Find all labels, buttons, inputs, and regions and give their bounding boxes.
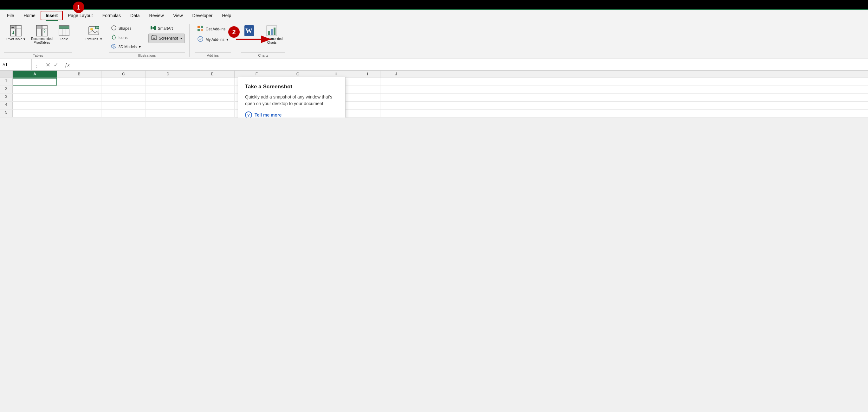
col-header-C[interactable]: C bbox=[101, 71, 146, 77]
3dmodels-icon bbox=[111, 43, 117, 50]
smartart-button[interactable]: SmartArt bbox=[148, 24, 185, 33]
formula-input[interactable] bbox=[70, 62, 868, 67]
svg-rect-10 bbox=[37, 26, 41, 29]
cell-I1[interactable] bbox=[355, 78, 380, 85]
icons-button[interactable]: Icons bbox=[109, 34, 143, 42]
cell-E2[interactable] bbox=[190, 86, 235, 94]
cell-A4[interactable] bbox=[13, 102, 57, 109]
shapes-button[interactable]: Shapes bbox=[109, 24, 143, 33]
cell-J1[interactable] bbox=[380, 78, 412, 85]
cell-C1[interactable] bbox=[101, 78, 146, 85]
table-row: 4 bbox=[0, 102, 868, 110]
menu-developer[interactable]: Developer bbox=[188, 11, 217, 20]
menu-insert[interactable]: Insert bbox=[40, 11, 63, 20]
col-header-E[interactable]: E bbox=[190, 71, 235, 77]
icons-label: Icons bbox=[119, 35, 128, 40]
cell-I2[interactable] bbox=[355, 86, 380, 94]
cell-J3[interactable] bbox=[380, 94, 412, 101]
cell-D2[interactable] bbox=[146, 86, 190, 94]
svg-rect-1 bbox=[16, 25, 21, 36]
col-header-G[interactable]: G bbox=[279, 71, 317, 77]
cell-D4[interactable] bbox=[146, 102, 190, 109]
menu-review[interactable]: Review bbox=[145, 11, 168, 20]
shapes-label: Shapes bbox=[119, 26, 131, 31]
cell-A2[interactable] bbox=[13, 86, 57, 94]
col-header-J[interactable]: J bbox=[380, 71, 412, 77]
cell-D5[interactable] bbox=[146, 110, 190, 117]
svg-rect-17 bbox=[59, 26, 69, 29]
cell-A5[interactable] bbox=[13, 110, 57, 117]
row-header-3: 3 bbox=[0, 94, 13, 101]
dots-handle[interactable]: ⋮ bbox=[32, 61, 42, 69]
cell-B4[interactable] bbox=[57, 102, 101, 109]
confirm-icon[interactable]: ✓ bbox=[52, 61, 60, 69]
svg-text:?: ? bbox=[43, 29, 45, 34]
cell-J4[interactable] bbox=[380, 102, 412, 109]
cell-D1[interactable] bbox=[146, 78, 190, 85]
recommended-pivottables-button[interactable]: ? RecommendedPivotTables bbox=[29, 24, 55, 46]
menu-data[interactable]: Data bbox=[126, 11, 144, 20]
cell-J2[interactable] bbox=[380, 86, 412, 94]
fx-label: ƒx bbox=[62, 62, 70, 67]
svg-rect-40 bbox=[271, 29, 273, 35]
svg-text:•••: ••• bbox=[11, 26, 14, 29]
col-header-H[interactable]: H bbox=[317, 71, 355, 77]
formula-icons: ✕ ✓ bbox=[42, 61, 62, 69]
cell-B2[interactable] bbox=[57, 86, 101, 94]
formula-bar: ⋮ ✕ ✓ ƒx bbox=[0, 59, 868, 71]
col-header-A[interactable]: A bbox=[13, 71, 57, 77]
menu-view[interactable]: View bbox=[169, 11, 187, 20]
cell-B5[interactable] bbox=[57, 110, 101, 117]
pictures-label: Pictures ▾ bbox=[86, 37, 102, 41]
cell-C4[interactable] bbox=[101, 102, 146, 109]
svg-rect-24 bbox=[151, 26, 152, 29]
recommended-pivottables-label: RecommendedPivotTables bbox=[31, 37, 53, 45]
3dmodels-button[interactable]: 3D Models ▾ bbox=[109, 43, 143, 51]
my-addins-icon bbox=[197, 36, 204, 43]
col-header-I[interactable]: I bbox=[355, 71, 380, 77]
get-addins-button[interactable]: Get Add-ins bbox=[195, 24, 228, 34]
table-row: 5 bbox=[0, 110, 868, 117]
cell-A3[interactable] bbox=[13, 94, 57, 101]
cell-E1[interactable] bbox=[190, 78, 235, 85]
cell-E5[interactable] bbox=[190, 110, 235, 117]
icons-icon bbox=[111, 34, 117, 41]
cell-C3[interactable] bbox=[101, 94, 146, 101]
cell-J5[interactable] bbox=[380, 110, 412, 117]
table-label: Table bbox=[60, 37, 68, 41]
col-header-F[interactable]: F bbox=[235, 71, 279, 77]
menu-help[interactable]: Help bbox=[217, 11, 236, 20]
3dmodels-label: 3D Models ▾ bbox=[119, 45, 141, 49]
cell-I5[interactable] bbox=[355, 110, 380, 117]
table-row: 3 bbox=[0, 94, 868, 102]
menu-home[interactable]: Home bbox=[19, 11, 40, 20]
pivottable-button[interactable]: ••• PivotTable ▾ bbox=[4, 24, 28, 42]
cell-C2[interactable] bbox=[101, 86, 146, 94]
cell-A1[interactable] bbox=[13, 78, 57, 85]
svg-point-30 bbox=[154, 37, 154, 38]
cell-I4[interactable] bbox=[355, 102, 380, 109]
col-header-D[interactable]: D bbox=[146, 71, 190, 77]
column-headers: A B C D E F G H I J bbox=[0, 71, 868, 78]
cell-E4[interactable] bbox=[190, 102, 235, 109]
title-bar bbox=[0, 0, 868, 9]
tooltip-link[interactable]: ? Tell me more bbox=[245, 111, 338, 117]
cell-B1[interactable] bbox=[57, 78, 101, 85]
col-header-B[interactable]: B bbox=[57, 71, 101, 77]
cell-D3[interactable] bbox=[146, 94, 190, 101]
my-addins-button[interactable]: My Add-ins ▾ bbox=[195, 35, 231, 44]
screenshot-button[interactable]: Screenshot ▾ bbox=[148, 34, 185, 43]
cell-I3[interactable] bbox=[355, 94, 380, 101]
menu-file[interactable]: File bbox=[3, 11, 19, 20]
svg-rect-28 bbox=[152, 35, 153, 36]
pictures-button[interactable]: Pictures ▾ bbox=[83, 24, 104, 42]
my-addins-label: My Add-ins ▾ bbox=[206, 37, 228, 42]
cell-B3[interactable] bbox=[57, 94, 101, 101]
menu-formulas[interactable]: Formulas bbox=[98, 11, 125, 20]
cell-C5[interactable] bbox=[101, 110, 146, 117]
cancel-icon[interactable]: ✕ bbox=[44, 61, 52, 69]
name-box[interactable] bbox=[0, 59, 32, 70]
cell-E3[interactable] bbox=[190, 94, 235, 101]
illustrations-group-label: Illustrations bbox=[109, 52, 185, 59]
table-button[interactable]: Table bbox=[56, 24, 72, 42]
